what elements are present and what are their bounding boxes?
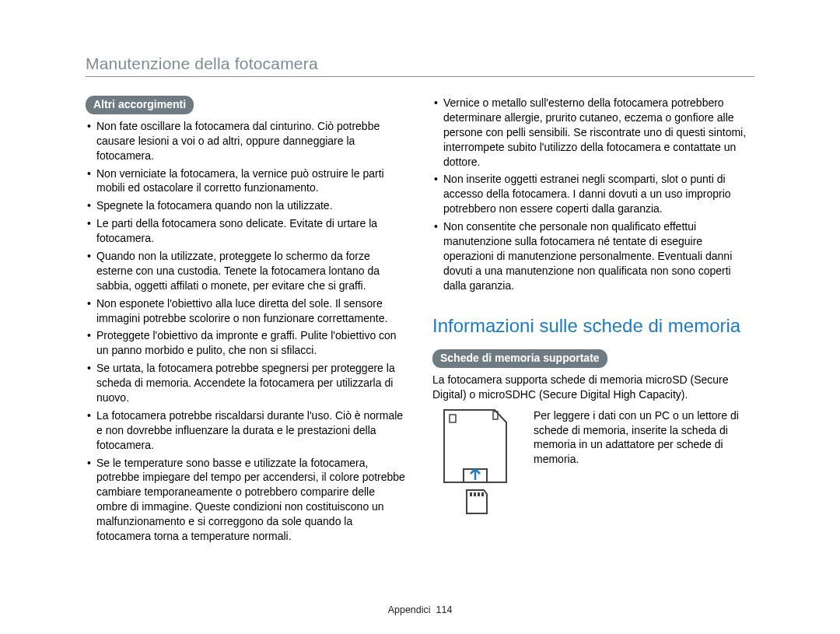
page-footer: Appendici 114 [0,604,840,615]
svg-rect-3 [470,492,472,496]
list-item: Non fate oscillare la fotocamera dal cin… [86,119,408,163]
footer-page-number: 114 [436,604,453,615]
footer-section: Appendici [388,604,431,615]
card-adapter-block: Per leggere i dati con un PC o un lettor… [432,408,754,521]
list-item: Spegnete la fotocamera quando non la uti… [86,198,408,213]
left-column: Altri accorgimenti Non fate oscillare la… [86,96,408,550]
svg-rect-6 [481,492,484,496]
list-item: Non esponete l'obiettivo alla luce diret… [86,296,408,326]
list-item: Se le temperature sono basse e utilizzat… [86,456,408,544]
svg-rect-4 [474,492,476,496]
pill-supported-cards: Schede di memoria supportate [432,349,607,368]
page-title: Manutenzione della fotocamera [86,54,754,77]
right-column: Vernice o metallo sull'esterno della fot… [432,96,754,550]
left-bullet-list: Non fate oscillare la fotocamera dal cin… [86,119,408,544]
card-adapter-text: Per leggere i dati con un PC o un lettor… [534,408,754,468]
list-item: Non inserite oggetti estranei negli scom… [432,172,754,216]
section-title-memory-cards: Informazioni sulle schede di memoria [432,313,754,338]
list-item: La fotocamera potrebbe riscaldarsi duran… [86,408,408,453]
right-top-bullet-list: Vernice o metallo sull'esterno della fot… [432,96,754,293]
list-item: Quando non la utilizzate, proteggete lo … [86,249,408,293]
list-item: Proteggete l'obiettivo da impronte e gra… [86,328,408,358]
sd-adapter-diagram [432,408,518,521]
list-item: Se urtata, la fotocamera potrebbe spegne… [86,361,408,405]
list-item: Vernice o metallo sull'esterno della fot… [432,96,754,169]
pill-altri-accorgimenti: Altri accorgimenti [86,96,194,114]
list-item: Le parti della fotocamera sono delicate.… [86,216,408,246]
svg-rect-0 [450,415,456,422]
list-item: Non consentite che personale non qualifi… [432,219,754,292]
content-columns: Altri accorgimenti Non fate oscillare la… [86,96,754,550]
svg-rect-5 [478,492,480,496]
list-item: Non verniciate la fotocamera, la vernice… [86,166,408,196]
supported-cards-intro: La fotocamera supporta schede di memoria… [432,373,754,402]
